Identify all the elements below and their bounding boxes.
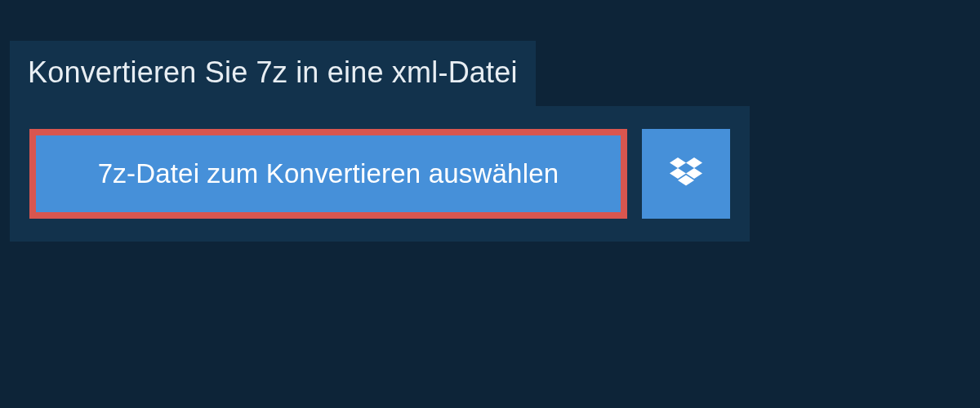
upload-area: 7z-Datei zum Konvertieren auswählen xyxy=(10,106,750,242)
page-title: Konvertieren Sie 7z in eine xml-Datei xyxy=(28,55,518,90)
dropbox-icon xyxy=(670,157,702,190)
converter-panel: Konvertieren Sie 7z in eine xml-Datei 7z… xyxy=(10,41,750,242)
title-bar: Konvertieren Sie 7z in eine xml-Datei xyxy=(10,41,536,106)
select-file-button[interactable]: 7z-Datei zum Konvertieren auswählen xyxy=(29,129,627,219)
select-file-label: 7z-Datei zum Konvertieren auswählen xyxy=(98,158,559,189)
dropbox-button[interactable] xyxy=(642,129,730,219)
